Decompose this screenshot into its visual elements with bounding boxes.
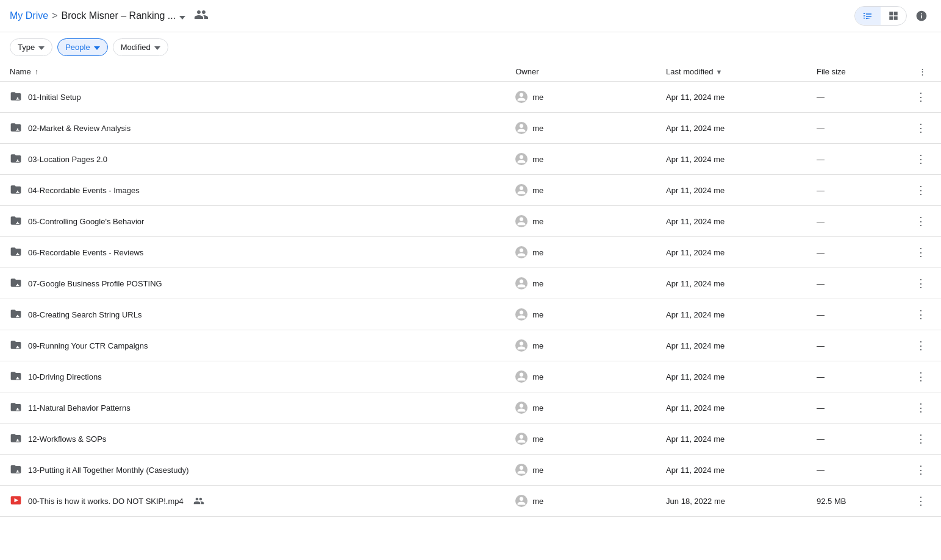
col-name-header[interactable]: Name ↑ xyxy=(0,62,508,82)
file-name-cell: 11-Natural Behavior Patterns xyxy=(0,392,508,424)
modified-filter-label: Modified xyxy=(121,43,151,52)
avatar xyxy=(515,308,528,321)
table-row[interactable]: 08-Creating Search String URLs me Apr 11… xyxy=(0,299,941,330)
sort-arrow-icon: ↑ xyxy=(35,68,38,76)
file-modified-cell: Apr 11, 2024 me xyxy=(659,144,809,175)
col-actions-header: ⋮ xyxy=(903,62,941,82)
avatar xyxy=(515,464,528,476)
file-owner-cell: me xyxy=(508,424,659,455)
owner-name: me xyxy=(532,434,543,444)
table-row[interactable]: 10-Driving Directions me Apr 11, 2024 me… xyxy=(0,361,941,392)
file-owner-cell: me xyxy=(508,237,659,268)
owner-name: me xyxy=(532,497,543,506)
file-name-cell: 06-Recordable Events - Reviews xyxy=(0,237,508,268)
more-options-button[interactable]: ⋮ xyxy=(911,461,931,479)
owner-name: me xyxy=(532,217,543,226)
folder-shared-icon xyxy=(10,246,22,260)
file-actions-cell: ⋮ xyxy=(903,113,941,144)
file-name-text: 05-Controlling Google's Behavior xyxy=(28,217,144,226)
table-row[interactable]: 02-Market & Review Analysis me Apr 11, 2… xyxy=(0,113,941,144)
file-size-cell: — xyxy=(809,82,903,113)
type-filter-button[interactable]: Type xyxy=(10,38,52,56)
folder-shared-icon xyxy=(10,463,22,477)
filter-bar: Type People Modified xyxy=(0,32,941,62)
avatar xyxy=(515,215,528,227)
more-options-button[interactable]: ⋮ xyxy=(911,492,931,510)
file-actions-cell: ⋮ xyxy=(903,82,941,113)
table-row[interactable]: 01-Initial Setup me Apr 11, 2024 me—⋮ xyxy=(0,82,941,113)
file-actions-cell: ⋮ xyxy=(903,361,941,392)
owner-name: me xyxy=(532,341,543,350)
table-row[interactable]: 05-Controlling Google's Behavior me Apr … xyxy=(0,206,941,237)
file-name-cell: 12-Workflows & SOPs xyxy=(0,424,508,455)
file-owner-cell: me xyxy=(508,455,659,486)
breadcrumb-current-label: Brock Misner – Ranking ... xyxy=(61,10,176,21)
table-row[interactable]: 12-Workflows & SOPs me Apr 11, 2024 me—⋮ xyxy=(0,424,941,455)
col-modified-header[interactable]: Last modified ▼ xyxy=(659,62,809,82)
col-actions-icon: ⋮ xyxy=(918,67,926,76)
owner-name: me xyxy=(532,124,543,133)
file-name-cell: 04-Recordable Events - Images xyxy=(0,175,508,206)
file-size-cell: — xyxy=(809,268,903,299)
info-button[interactable] xyxy=(912,6,931,26)
file-modified-cell: Apr 11, 2024 me xyxy=(659,330,809,361)
file-actions-cell: ⋮ xyxy=(903,455,941,486)
more-options-button[interactable]: ⋮ xyxy=(911,243,931,261)
avatar xyxy=(515,122,528,134)
col-modified-sort-icon: ▼ xyxy=(715,68,722,76)
list-view-button[interactable] xyxy=(855,7,881,25)
file-name-text: 10-Driving Directions xyxy=(28,372,102,381)
owner-name: me xyxy=(532,279,543,288)
breadcrumb-current-dropdown[interactable]: Brock Misner – Ranking ... xyxy=(61,10,185,23)
grid-view-button[interactable] xyxy=(881,7,906,25)
file-name-text: 02-Market & Review Analysis xyxy=(28,124,131,133)
file-owner-cell: me xyxy=(508,175,659,206)
header-actions xyxy=(854,6,931,26)
more-options-button[interactable]: ⋮ xyxy=(911,274,931,292)
view-toggle xyxy=(854,6,907,26)
svg-rect-0 xyxy=(864,13,865,15)
file-actions-cell: ⋮ xyxy=(903,424,941,455)
file-name-cell: 03-Location Pages 2.0 xyxy=(0,144,508,175)
more-options-button[interactable]: ⋮ xyxy=(911,399,931,417)
more-options-button[interactable]: ⋮ xyxy=(911,181,931,199)
file-modified-cell: Apr 11, 2024 me xyxy=(659,299,809,330)
file-modified-cell: Jun 18, 2022 me xyxy=(659,486,809,517)
col-owner-header: Owner xyxy=(508,62,659,82)
file-size-cell: — xyxy=(809,144,903,175)
folder-shared-icon xyxy=(10,370,22,384)
file-size-cell: — xyxy=(809,113,903,144)
table-row[interactable]: 03-Location Pages 2.0 me Apr 11, 2024 me… xyxy=(0,144,941,175)
more-options-button[interactable]: ⋮ xyxy=(911,430,931,448)
folder-shared-icon xyxy=(10,183,22,197)
file-actions-cell: ⋮ xyxy=(903,175,941,206)
more-options-button[interactable]: ⋮ xyxy=(911,305,931,324)
table-row[interactable]: 04-Recordable Events - Images me Apr 11,… xyxy=(0,175,941,206)
people-icon-header[interactable] xyxy=(194,7,209,25)
table-row[interactable]: 11-Natural Behavior Patterns me Apr 11, … xyxy=(0,392,941,424)
breadcrumb-root[interactable]: My Drive xyxy=(10,10,48,21)
table-row[interactable]: 06-Recordable Events - Reviews me Apr 11… xyxy=(0,237,941,268)
table-row[interactable]: 13-Putting it All Together Monthly (Case… xyxy=(0,455,941,486)
table-row[interactable]: 00-This is how it works. DO NOT SKIP!.mp… xyxy=(0,486,941,517)
table-row[interactable]: 07-Google Business Profile POSTING me Ap… xyxy=(0,268,941,299)
owner-name: me xyxy=(532,186,543,195)
more-options-button[interactable]: ⋮ xyxy=(911,367,931,386)
file-name-text: 13-Putting it All Together Monthly (Case… xyxy=(28,466,189,475)
more-options-button[interactable]: ⋮ xyxy=(911,212,931,230)
more-options-button[interactable]: ⋮ xyxy=(911,119,931,137)
owner-name: me xyxy=(532,155,543,164)
file-modified-cell: Apr 11, 2024 me xyxy=(659,113,809,144)
file-size-cell: — xyxy=(809,299,903,330)
table-row[interactable]: 09-Running Your CTR Campaigns me Apr 11,… xyxy=(0,330,941,361)
more-options-button[interactable]: ⋮ xyxy=(911,150,931,168)
file-owner-cell: me xyxy=(508,392,659,424)
modified-filter-button[interactable]: Modified xyxy=(113,38,168,56)
people-filter-button[interactable]: People xyxy=(57,38,107,56)
type-filter-label: Type xyxy=(18,43,35,52)
file-modified-cell: Apr 11, 2024 me xyxy=(659,206,809,237)
file-actions-cell: ⋮ xyxy=(903,299,941,330)
avatar xyxy=(515,153,528,165)
more-options-button[interactable]: ⋮ xyxy=(911,88,931,106)
more-options-button[interactable]: ⋮ xyxy=(911,336,931,355)
